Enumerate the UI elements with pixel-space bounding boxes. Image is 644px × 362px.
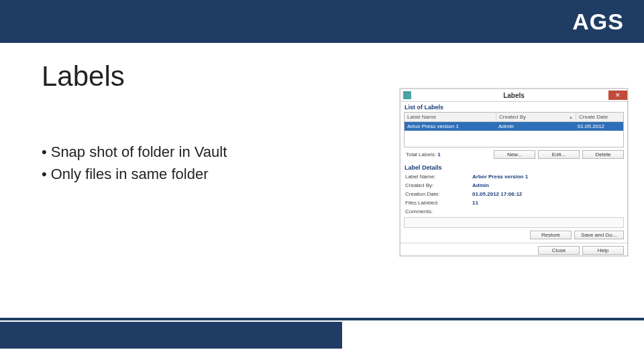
table-row[interactable]: Arbor Press version 1 Admin 01.05.2012 bbox=[405, 122, 623, 131]
table-toolbar: Total Labels: 1 New... Edit... Delete bbox=[400, 147, 627, 162]
col-label-name-text: Label Name bbox=[407, 114, 436, 120]
labels-table: Label Name Created By ▲ Create Date Arbo… bbox=[404, 112, 624, 147]
detail-value: 01.05.2012 17:06:12 bbox=[472, 191, 522, 197]
help-button[interactable]: Help bbox=[582, 246, 624, 255]
sort-asc-icon: ▲ bbox=[569, 115, 573, 119]
table-header: Label Name Created By ▲ Create Date bbox=[405, 113, 623, 122]
divider-line bbox=[0, 318, 644, 320]
detail-key: Comments: bbox=[405, 208, 472, 215]
bullet-item: •Snap shot of folder in Vault bbox=[42, 141, 227, 163]
col-created-by-text: Created By bbox=[499, 114, 526, 120]
col-create-date-text: Create Date bbox=[579, 114, 608, 120]
cell-create-date: 01.05.2012 bbox=[575, 122, 623, 131]
total-labels: Total Labels: 1 bbox=[406, 152, 491, 158]
details-footer: Restore Save and Go... bbox=[400, 228, 627, 241]
detail-value: 11 bbox=[472, 200, 478, 206]
new-button[interactable]: New... bbox=[494, 150, 535, 159]
detail-value: Arbor Press version 1 bbox=[472, 174, 528, 180]
restore-button[interactable]: Restore bbox=[530, 231, 572, 239]
bullet-text: Only files in same folder bbox=[51, 166, 209, 182]
detail-row-comments: Comments: bbox=[404, 207, 624, 216]
label-details: Label Name: Arbor Press version 1 Create… bbox=[404, 172, 624, 216]
col-create-date[interactable]: Create Date bbox=[576, 113, 623, 121]
delete-button[interactable]: Delete bbox=[582, 150, 624, 159]
comments-input[interactable] bbox=[404, 217, 624, 228]
bullet-dot-icon: • bbox=[42, 143, 47, 160]
col-label-name[interactable]: Label Name bbox=[405, 113, 496, 121]
cell-label-name: Arbor Press version 1 bbox=[405, 122, 496, 131]
detail-value: Admin bbox=[472, 182, 489, 188]
total-labels-label: Total Labels: bbox=[406, 152, 436, 158]
detail-row-label-name: Label Name: Arbor Press version 1 bbox=[404, 172, 624, 181]
list-of-labels-header: List of Labels bbox=[400, 102, 627, 112]
dialog-titlebar: Labels ✕ bbox=[400, 89, 627, 102]
footer-accent bbox=[0, 322, 342, 349]
header-bar: AGS bbox=[0, 0, 644, 43]
close-dialog-button[interactable]: Close bbox=[538, 246, 580, 255]
cell-created-by: Admin bbox=[496, 122, 575, 131]
edit-button[interactable]: Edit... bbox=[538, 150, 580, 159]
bullet-item: •Only files in same folder bbox=[42, 163, 227, 185]
col-created-by[interactable]: Created By ▲ bbox=[496, 113, 576, 121]
detail-key: Files Labeled: bbox=[405, 200, 472, 206]
detail-row-creation-date: Creation Date: 01.05.2012 17:06:12 bbox=[404, 190, 624, 198]
detail-row-files-labeled: Files Labeled: 11 bbox=[404, 198, 624, 207]
detail-key: Created By: bbox=[405, 182, 472, 188]
page-title: Labels bbox=[42, 60, 125, 93]
save-and-go-button[interactable]: Save and Go... bbox=[574, 231, 624, 239]
table-empty-area bbox=[405, 131, 623, 147]
slide: AGS Labels •Snap shot of folder in Vault… bbox=[0, 0, 644, 362]
labels-dialog: Labels ✕ List of Labels Label Name Creat… bbox=[400, 88, 628, 256]
detail-key: Label Name: bbox=[405, 174, 472, 180]
total-labels-value: 1 bbox=[437, 152, 440, 158]
dialog-footer: Close Help bbox=[400, 243, 627, 256]
bullet-text: Snap shot of folder in Vault bbox=[51, 143, 227, 160]
detail-key: Creation Date: bbox=[405, 191, 472, 197]
brand-text: AGS bbox=[572, 9, 624, 34]
bullet-dot-icon: • bbox=[42, 166, 47, 182]
detail-row-created-by: Created By: Admin bbox=[404, 181, 624, 190]
bullet-list: •Snap shot of folder in Vault •Only file… bbox=[42, 141, 227, 185]
dialog-title: Labels bbox=[400, 92, 627, 99]
label-details-header: Label Details bbox=[400, 162, 627, 172]
